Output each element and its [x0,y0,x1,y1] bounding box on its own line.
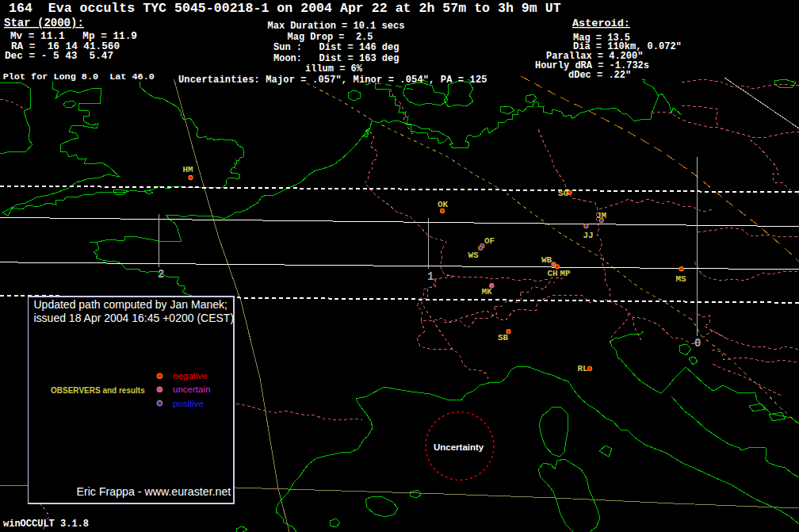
svg-text:Max Duration = 10.1 secs: Max Duration = 10.1 secs [268,21,405,32]
svg-text:OBSERVERS and results: OBSERVERS and results [51,386,145,395]
svg-text:Uncertainties: Major = .057",: Uncertainties: Major = .057", Minor = .0… [178,75,487,86]
svg-text:1: 1 [427,270,434,283]
svg-text:Plot for Long 8.0 Lat 46.0: Plot for Long 8.0 Lat 46.0 [3,71,155,82]
svg-text:positive: positive [173,399,204,408]
svg-text:issued 18 Apr 2004 16:45 +0200: issued 18 Apr 2004 16:45 +0200 (CEST) [34,312,235,324]
svg-text:MK: MK [482,287,493,297]
svg-text:Star (2000):: Star (2000): [4,17,84,29]
svg-text:Uncertainty: Uncertainty [434,442,484,452]
svg-text:Asteroid:: Asteroid: [572,17,630,29]
svg-text:MP: MP [560,269,572,278]
svg-text:uncertain: uncertain [173,385,210,394]
svg-text:Eric Frappa - www.euraster.net: Eric Frappa - www.euraster.net [77,485,231,498]
svg-text:CH: CH [548,269,558,278]
svg-text:0: 0 [694,337,701,350]
svg-text:SB: SB [498,333,509,343]
svg-text:illum = 6%: illum = 6% [305,63,363,75]
svg-text:MS: MS [676,274,687,284]
svg-text:RL: RL [578,364,589,373]
svg-text:SG: SG [558,189,569,198]
svg-text:Moon: Dist = 163 deg: Moon: Dist = 163 deg [273,53,399,64]
svg-text:negative: negative [173,371,207,381]
svg-text:2: 2 [158,268,164,281]
svg-text:Dec = - 5 43 5.47: Dec = - 5 43 5.47 [5,50,113,62]
svg-text:JM: JM [596,211,607,220]
svg-text:WS: WS [468,251,480,260]
svg-text:JJ: JJ [583,231,594,240]
svg-text:Mag Drop = 2.5: Mag Drop = 2.5 [288,32,373,43]
svg-text:winOCCULT 3.1.8: winOCCULT 3.1.8 [3,519,89,530]
svg-text:OK: OK [438,200,449,209]
svg-text:Sun : Dist = 146 deg: Sun : Dist = 146 deg [273,42,399,53]
svg-text:OF: OF [484,236,495,246]
svg-text:HM: HM [183,165,194,174]
svg-text:WB: WB [541,255,552,265]
svg-text:164 Eva occults TYC 5045-0021: 164 Eva occults TYC 5045-00218-1 on 2004… [9,1,561,16]
svg-text:dDec = .22": dDec = .22" [568,70,631,81]
svg-text:Updated path computed by Jan M: Updated path computed by Jan Manek; [34,298,227,311]
